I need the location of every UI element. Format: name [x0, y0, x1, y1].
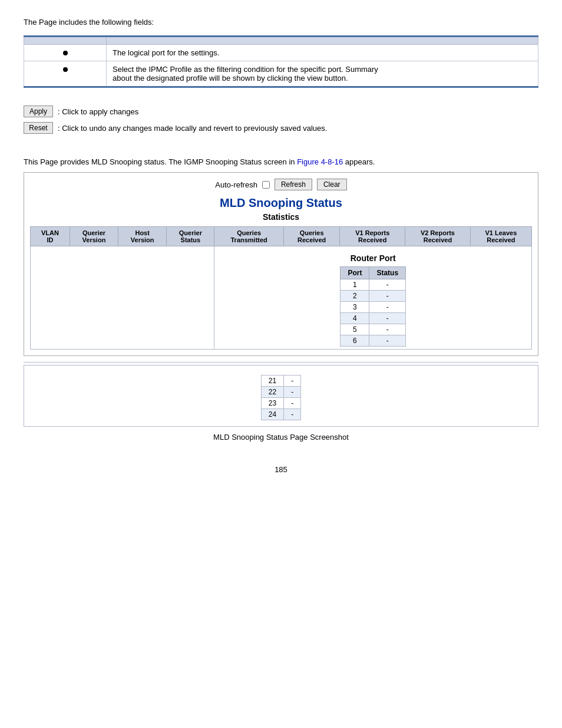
router-status-cell: - [369, 291, 406, 302]
bullet-cell [24, 61, 107, 87]
lower-ports-table: 21-22-23-24- [261, 375, 301, 420]
router-status-cell: - [369, 324, 406, 335]
stats-header-querier-status: QuerierStatus [167, 227, 214, 246]
lower-port-cell: 24 [261, 409, 283, 420]
lower-status-cell: - [284, 387, 301, 398]
bullet-cell [24, 45, 107, 61]
router-port-title: Router Port [218, 253, 528, 263]
lower-port-cell: 22 [261, 387, 283, 398]
stats-header-v1-leaves: V1 LeavesReceived [470, 227, 531, 246]
lower-status-cell: - [284, 375, 301, 387]
mld-figure-link[interactable]: Figure 4-8-16 [297, 157, 343, 166]
auto-refresh-checkbox[interactable] [262, 181, 270, 189]
lower-area: 21-22-23-24- [24, 365, 538, 427]
table-row: Select the IPMC Profile as the filtering… [24, 61, 538, 87]
intro-text: The Page includes the following fields: [24, 18, 538, 27]
stats-empty-row: Router Port Port Status 1-2-3-4-5-6- [31, 246, 532, 350]
router-status-cell: - [369, 335, 406, 347]
router-port-cell: 2 [340, 291, 369, 302]
mld-desc-start: This Page provides MLD Snooping status. … [24, 157, 297, 166]
field-header-col2 [107, 37, 538, 45]
reset-row: Reset : Click to undo any changes made l… [24, 122, 538, 134]
field-header-col1 [24, 37, 107, 45]
router-port-cell: 1 [340, 279, 369, 291]
stats-header-host-ver: HostVersion [118, 227, 167, 246]
stats-header-queries-rx: QueriesReceived [283, 227, 340, 246]
clear-button[interactable]: Clear [317, 179, 347, 190]
router-port-cell: 4 [340, 313, 369, 324]
stats-header-v2-reports: V2 ReportsReceived [405, 227, 471, 246]
auto-refresh-label: Auto-refresh [215, 180, 257, 189]
reset-desc: : Click to undo any changes made locally… [58, 124, 327, 133]
lower-port-cell: 23 [261, 398, 283, 409]
router-status-cell: - [369, 279, 406, 291]
field-desc-2-line2: about the designated profile will be sho… [113, 74, 348, 83]
stats-header-querier-ver: QuerierVersion [70, 227, 118, 246]
apply-button[interactable]: Apply [24, 106, 53, 117]
refresh-button[interactable]: Refresh [275, 179, 312, 190]
router-port-cell: 6 [340, 335, 369, 347]
router-port-cell: 3 [340, 302, 369, 313]
router-port-section: Router Port Port Status 1-2-3-4-5-6- [218, 253, 528, 347]
router-port-table: Port Status 1-2-3-4-5-6- [340, 266, 406, 347]
field-desc-1: The logical port for the settings. [107, 45, 538, 61]
router-status-cell: - [369, 313, 406, 324]
apply-desc: : Click to apply changes [58, 107, 138, 116]
fields-table: The logical port for the settings. Selec… [24, 35, 538, 88]
caption: MLD Snooping Status Page Screenshot [24, 433, 538, 442]
router-status-cell: - [369, 302, 406, 313]
stats-header-queries-tx: QueriesTransmitted [214, 227, 283, 246]
apply-row: Apply : Click to apply changes [24, 106, 538, 117]
lower-port-cell: 21 [261, 375, 283, 387]
router-port-header-status: Status [369, 267, 406, 279]
router-port-header-port: Port [340, 267, 369, 279]
stats-header-v1-reports: V1 ReportsReceived [340, 227, 405, 246]
bullet-icon [63, 51, 68, 55]
stats-table: VLANID QuerierVersion HostVersion Querie… [30, 226, 532, 350]
status-panel: Auto-refresh Refresh Clear MLD Snooping … [24, 172, 538, 356]
lower-status-cell: - [284, 398, 301, 409]
auto-refresh-bar: Auto-refresh Refresh Clear [30, 179, 532, 190]
buttons-section: Apply : Click to apply changes Reset : C… [24, 106, 538, 134]
table-row: The logical port for the settings. [24, 45, 538, 61]
bullet-icon [63, 67, 68, 72]
field-desc-2: Select the IPMC Profile as the filtering… [107, 61, 538, 87]
router-port-cell: 5 [340, 324, 369, 335]
statistics-title: Statistics [30, 212, 532, 222]
page-number: 185 [24, 465, 538, 474]
stats-header-vlan: VLANID [31, 227, 70, 246]
mld-section-text: This Page provides MLD Snooping status. … [24, 157, 538, 166]
mld-desc-end: appears. [343, 157, 375, 166]
scroll-separator [24, 362, 538, 363]
lower-status-cell: - [284, 409, 301, 420]
mld-title: MLD Snooping Status [30, 196, 532, 210]
reset-button[interactable]: Reset [24, 122, 53, 134]
field-desc-2-line1: Select the IPMC Profile as the filtering… [113, 65, 378, 74]
